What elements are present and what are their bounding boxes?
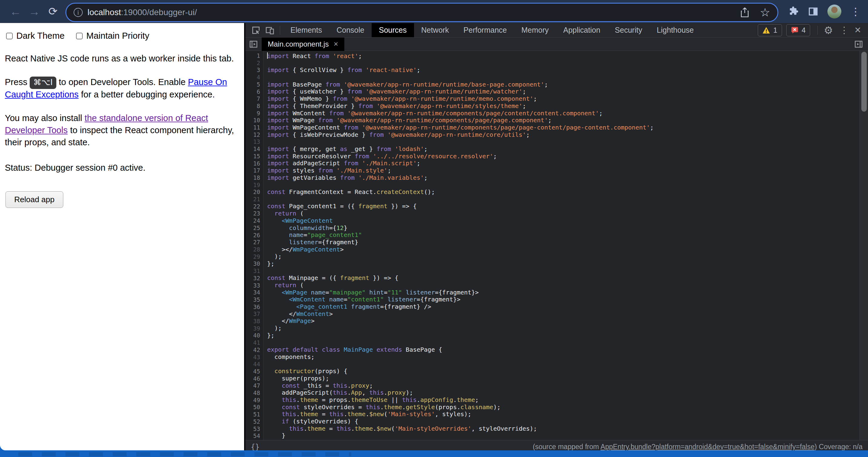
code-line-28[interactable]: ></WmPageContent>: [267, 246, 868, 253]
code-line-4[interactable]: [267, 74, 868, 81]
line-number[interactable]: 24: [245, 217, 260, 225]
code-line-46[interactable]: super(props);: [267, 375, 868, 382]
line-number[interactable]: 13: [245, 138, 260, 145]
line-number[interactable]: 40: [245, 332, 260, 339]
code-line-12[interactable]: import { isWebPreviewMode } from '@wavem…: [267, 131, 868, 139]
code-line-44[interactable]: [267, 361, 868, 368]
line-number[interactable]: 5: [245, 81, 260, 88]
line-number[interactable]: 23: [245, 210, 260, 217]
line-number[interactable]: 43: [245, 354, 260, 361]
line-number[interactable]: 29: [245, 253, 260, 261]
line-number[interactable]: 41: [245, 339, 260, 347]
line-number[interactable]: 37: [245, 311, 260, 318]
line-number[interactable]: 49: [245, 397, 260, 404]
code-line-31[interactable]: [267, 267, 868, 275]
line-number[interactable]: 21: [245, 196, 260, 203]
code-line-53[interactable]: this.theme = this.theme.$new('Main-style…: [267, 425, 868, 432]
line-number[interactable]: 46: [245, 375, 260, 383]
code-line-16[interactable]: import addPageScript from './Main.script…: [267, 160, 868, 167]
code-line-34[interactable]: <WmPage name="mainpage" hint="11" listen…: [267, 289, 868, 296]
code-line-20[interactable]: const FragmentContext = React.createCont…: [267, 189, 868, 196]
tab-lighthouse[interactable]: Lighthouse: [649, 23, 701, 37]
forward-icon[interactable]: →: [25, 5, 43, 18]
code-line-21[interactable]: [267, 196, 868, 203]
line-number[interactable]: 35: [245, 296, 260, 303]
line-number[interactable]: 52: [245, 418, 260, 426]
code-line-23[interactable]: return (: [267, 210, 868, 217]
code-line-40[interactable]: };: [267, 332, 868, 339]
url-bar[interactable]: i localhost:19000/debugger-ui/ ☆: [65, 3, 778, 22]
code-line-42[interactable]: export default class MainPage extends Ba…: [267, 346, 868, 354]
code-line-24[interactable]: <WmPageContent: [267, 217, 868, 225]
line-number[interactable]: 14: [245, 145, 260, 153]
line-number[interactable]: 27: [245, 239, 260, 246]
maintain-priority-checkbox[interactable]: [76, 33, 83, 39]
url-text[interactable]: localhost:19000/debugger-ui/: [88, 7, 197, 17]
side-panel-icon[interactable]: [808, 6, 818, 17]
line-number[interactable]: 44: [245, 361, 260, 368]
reload-icon[interactable]: ⟳: [43, 5, 62, 18]
show-debugger-sidebar-icon[interactable]: [854, 40, 863, 49]
line-number[interactable]: 7: [245, 95, 260, 103]
tab-elements[interactable]: Elements: [283, 23, 329, 37]
code-line-15[interactable]: import ResourceResolver from '../../reso…: [267, 153, 868, 160]
line-number[interactable]: 26: [245, 232, 260, 239]
line-number[interactable]: 10: [245, 117, 260, 124]
site-info-icon[interactable]: i: [73, 8, 83, 17]
code-line-30[interactable]: };: [267, 260, 868, 267]
code-line-45[interactable]: constructor(props) {: [267, 368, 868, 375]
line-number[interactable]: 20: [245, 189, 260, 196]
code-line-1[interactable]: import React from 'react';: [267, 52, 868, 60]
code-line-35[interactable]: <WmContent name="content1" listener={fra…: [267, 296, 868, 303]
line-number[interactable]: 42: [245, 347, 260, 354]
line-number[interactable]: 30: [245, 260, 260, 267]
bookmark-star-icon[interactable]: ☆: [760, 7, 770, 18]
devtools-close-icon[interactable]: ✕: [855, 25, 861, 35]
line-number[interactable]: 25: [245, 225, 260, 232]
code-line-37[interactable]: </WmContent>: [267, 311, 868, 318]
line-number[interactable]: 51: [245, 411, 260, 418]
code-line-49[interactable]: this.theme = props.themeToUse || this.ap…: [267, 396, 868, 404]
code-line-26[interactable]: name="page_content1": [267, 231, 868, 239]
line-number[interactable]: 48: [245, 390, 260, 397]
code-line-48[interactable]: addPageScript(this.App, this.proxy);: [267, 389, 868, 396]
line-number[interactable]: 45: [245, 368, 260, 375]
line-number[interactable]: 31: [245, 267, 260, 275]
line-number[interactable]: 8: [245, 103, 260, 110]
code-line-54[interactable]: }: [267, 432, 868, 439]
line-number[interactable]: 15: [245, 153, 260, 160]
line-number[interactable]: 32: [245, 275, 260, 282]
line-number[interactable]: 9: [245, 110, 260, 117]
line-number[interactable]: 17: [245, 167, 260, 174]
line-number[interactable]: 2: [245, 60, 260, 67]
line-number[interactable]: 18: [245, 174, 260, 182]
errors-badge[interactable]: 4: [786, 24, 810, 36]
warnings-badge[interactable]: 1: [758, 24, 782, 36]
code-line-2[interactable]: [267, 60, 868, 67]
code-line-41[interactable]: [267, 339, 868, 347]
file-tab-close-icon[interactable]: ×: [334, 39, 338, 49]
line-number[interactable]: 19: [245, 182, 260, 189]
inspect-element-icon[interactable]: [249, 25, 263, 35]
code-line-33[interactable]: return (: [267, 282, 868, 289]
code-line-13[interactable]: [267, 138, 868, 145]
code-line-18[interactable]: import getVariables from './Main.variabl…: [267, 174, 868, 182]
tab-console[interactable]: Console: [329, 23, 372, 37]
tab-security[interactable]: Security: [608, 23, 649, 37]
line-number[interactable]: 34: [245, 289, 260, 296]
settings-gear-icon[interactable]: ⚙: [824, 24, 833, 36]
code-line-10[interactable]: import WmPage from '@wavemaker/app-rn-ru…: [267, 117, 868, 124]
code-line-14[interactable]: import { merge, get as _get } from 'loda…: [267, 145, 868, 153]
profile-avatar[interactable]: [828, 4, 841, 19]
reload-app-button[interactable]: Reload app: [5, 191, 63, 208]
extensions-puzzle-icon[interactable]: [788, 5, 799, 18]
line-number[interactable]: 33: [245, 282, 260, 289]
line-number[interactable]: 1: [245, 52, 260, 60]
code-line-50[interactable]: const styleOverrides = this.theme.getSty…: [267, 404, 868, 411]
code-editor[interactable]: 1234567891011121314151617181920212223242…: [245, 51, 868, 440]
code-line-3[interactable]: import { ScrollView } from 'react-native…: [267, 67, 868, 74]
code-line-52[interactable]: if (styleOverrides) {: [267, 418, 868, 425]
code-line-11[interactable]: import WmPageContent from '@wavemaker/ap…: [267, 124, 868, 131]
code-line-51[interactable]: this.theme = this.theme.$new('Main-style…: [267, 411, 868, 418]
code-line-43[interactable]: components;: [267, 354, 868, 361]
